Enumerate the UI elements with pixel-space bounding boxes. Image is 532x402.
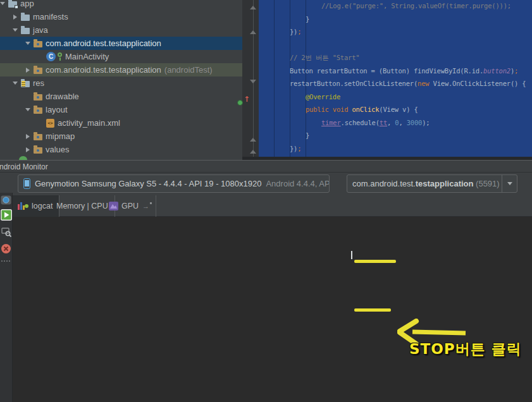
run-tool-icon[interactable] bbox=[1, 209, 12, 221]
monitor-tool-icon[interactable] bbox=[1, 195, 11, 205]
android-studio-window: appmanifestsjavacom.android.test.testapp… bbox=[0, 0, 532, 402]
tab-memory-cpu-label: Memory | CPU bbox=[56, 202, 108, 210]
editor-gutter: ↑ bbox=[242, 0, 259, 160]
close-tool-icon[interactable] bbox=[1, 243, 11, 254]
android-monitor-title: Android Monitor bbox=[0, 161, 48, 173]
tree-arrow-spacer bbox=[35, 116, 46, 130]
code-line-9[interactable]: public void onClick(View v) { bbox=[259, 103, 532, 116]
gutter-arrow-icon: ↑ bbox=[244, 95, 250, 103]
code-line-8[interactable]: @Override bbox=[259, 90, 532, 104]
tree-row-label: app bbox=[20, 0, 34, 8]
tree-row-label: MainActivity bbox=[65, 52, 109, 61]
code-lines: //Log.e("purge:", String.valueOf(timer.p… bbox=[259, 0, 532, 160]
tree-row-suffix: (androidTest) bbox=[164, 65, 213, 75]
tree-expanded-arrow-icon[interactable] bbox=[22, 103, 34, 116]
process-dropdown-arrow-icon[interactable] bbox=[502, 175, 517, 192]
code-line-12[interactable]: }); bbox=[259, 142, 532, 155]
package-icon bbox=[34, 93, 42, 100]
package-icon bbox=[34, 106, 42, 114]
gpu-icon bbox=[109, 202, 118, 210]
phone-icon bbox=[23, 178, 30, 189]
tree-row-label: drawable bbox=[46, 92, 79, 101]
tree-collapsed-arrow-icon[interactable] bbox=[22, 63, 34, 76]
tree-expanded-arrow-icon[interactable] bbox=[22, 37, 34, 50]
annotation-label: STOP버튼 클릭 bbox=[409, 341, 522, 357]
code-editor[interactable]: //Log.e("purge:", String.valueOf(timer.p… bbox=[242, 0, 532, 160]
tree-row-values[interactable]: values bbox=[0, 143, 242, 156]
logcat-icon bbox=[18, 202, 28, 210]
tree-expanded-arrow-icon[interactable] bbox=[0, 0, 8, 10]
tool-window-strip bbox=[0, 193, 13, 402]
gutter-marker-icon[interactable] bbox=[237, 100, 243, 106]
tree-row-label: manifests bbox=[33, 12, 68, 21]
module-icon bbox=[8, 0, 17, 8]
code-line-5[interactable]: // 2번 버튼 "Start" bbox=[259, 51, 532, 64]
tree-row-java[interactable]: java bbox=[0, 23, 242, 37]
logcat-panel: 03-02 10:55:10.947 5591-5591/? E/OpenGLR… bbox=[0, 217, 532, 402]
tree-collapsed-arrow-icon[interactable] bbox=[9, 10, 21, 23]
code-line-3[interactable]: }); bbox=[259, 25, 532, 39]
tree-row-label: res bbox=[33, 78, 44, 88]
device-detail: Android 4.4.4, API 19 bbox=[266, 179, 330, 188]
tree-row-label: layout bbox=[46, 105, 68, 114]
tree-collapsed-arrow-icon[interactable] bbox=[22, 143, 34, 156]
highlight-underline-2 bbox=[354, 308, 391, 312]
tree-row-manifests[interactable]: manifests bbox=[0, 10, 242, 23]
device-selector[interactable]: Genymotion Samsung Galaxy S5 - 4.4.4 - A… bbox=[18, 174, 330, 193]
tree-row-label: java bbox=[33, 25, 48, 35]
tree-row-res[interactable]: res bbox=[0, 76, 242, 90]
tree-row-label: activity_main.xml bbox=[58, 118, 120, 128]
folder-icon bbox=[21, 13, 30, 21]
strip-separator bbox=[1, 260, 10, 262]
tree-row-label: values bbox=[46, 145, 70, 154]
code-line-1[interactable]: //Log.e("purge:", String.valueOf(timer.p… bbox=[259, 0, 532, 13]
tree-row-label: com.android.test.testapplication bbox=[46, 39, 161, 48]
code-area[interactable]: //Log.e("purge:", String.valueOf(timer.p… bbox=[259, 0, 532, 160]
process-selector[interactable]: com.android.test.testapplication (5591) bbox=[347, 174, 517, 193]
tree-row-activity-main-xml[interactable]: <>activity_main.xml bbox=[0, 116, 242, 130]
fold-marker-icon[interactable] bbox=[250, 138, 256, 142]
tab-gpu[interactable]: GPU → bbox=[102, 195, 156, 217]
code-line-2[interactable]: } bbox=[259, 13, 532, 26]
xml-icon: <> bbox=[46, 119, 54, 128]
tree-row-mipmap[interactable]: mipmap bbox=[0, 130, 242, 143]
folder-icon bbox=[21, 27, 30, 34]
project-tree-panel: appmanifestsjavacom.android.test.testapp… bbox=[0, 0, 242, 160]
tree-row-label: com.android.test.testapplication bbox=[46, 65, 161, 75]
tree-row-app[interactable]: app bbox=[0, 0, 242, 10]
fold-marker-icon[interactable] bbox=[250, 150, 256, 154]
tree-row-drawable[interactable]: drawable bbox=[0, 90, 242, 103]
code-line-6[interactable]: Button restartButton = (Button) findView… bbox=[259, 64, 532, 78]
code-line-10[interactable]: timer.schedule(tt, 0, 3000); bbox=[259, 116, 532, 130]
project-tree-rows: appmanifestsjavacom.android.test.testapp… bbox=[0, 0, 242, 156]
device-label: Genymotion Samsung Galaxy S5 - 4.4.4 - A… bbox=[35, 179, 261, 188]
highlight-underline-1 bbox=[354, 260, 396, 263]
tree-arrow-spacer bbox=[22, 90, 34, 103]
package-icon bbox=[34, 133, 42, 140]
code-line-4[interactable] bbox=[259, 39, 532, 52]
tab-gpu-label: GPU bbox=[121, 202, 139, 210]
device-toolbar: Genymotion Samsung Galaxy S5 - 4.4.4 - A… bbox=[0, 173, 532, 195]
monitor-tab-bar: logcat Memory | CPU GPU → bbox=[0, 195, 532, 217]
package-icon bbox=[34, 146, 42, 154]
code-line-11[interactable]: } bbox=[259, 129, 532, 142]
log-text-cursor bbox=[351, 251, 352, 259]
tree-row-com-android-test-testapplication[interactable]: com.android.test.testapplication(android… bbox=[0, 63, 242, 76]
search-window-icon[interactable] bbox=[1, 226, 12, 238]
tree-row-label: mipmap bbox=[46, 131, 75, 141]
package-icon bbox=[34, 66, 42, 74]
tree-row-layout[interactable]: layout bbox=[0, 103, 242, 116]
fold-marker-icon[interactable] bbox=[250, 30, 256, 34]
fold-marker-icon[interactable] bbox=[250, 80, 256, 83]
tree-row-com-android-test-testapplication[interactable]: com.android.test.testapplication bbox=[0, 37, 242, 50]
package-icon bbox=[34, 40, 42, 47]
tree-expanded-arrow-icon[interactable] bbox=[9, 23, 21, 37]
fold-marker-icon[interactable] bbox=[250, 6, 256, 9]
tree-expanded-arrow-icon[interactable] bbox=[9, 76, 21, 90]
class-icon: C bbox=[46, 52, 62, 61]
tree-collapsed-arrow-icon[interactable] bbox=[22, 130, 34, 143]
android-monitor-header[interactable]: Android Monitor bbox=[0, 160, 532, 173]
tree-row-mainactivity[interactable]: CMainActivity bbox=[0, 50, 242, 63]
process-label: com.android.test.testapplication (5591) bbox=[352, 179, 500, 188]
code-line-7[interactable]: restartButton.setOnClickListener(new Vie… bbox=[259, 77, 532, 90]
